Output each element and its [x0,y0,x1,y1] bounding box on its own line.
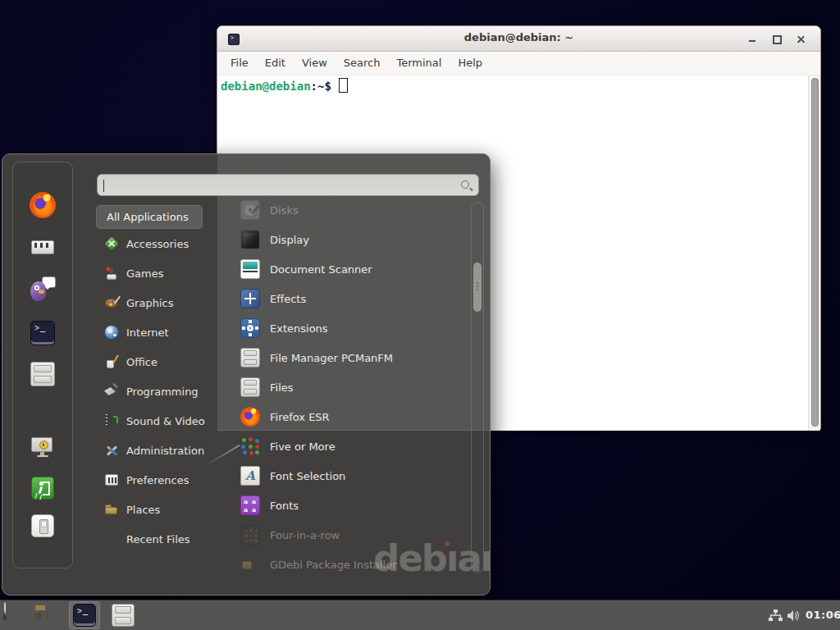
favorite-lock-screen[interactable] [29,433,57,461]
menu-search[interactable]: Search [336,52,389,75]
favorites-panel [12,162,73,568]
menu-edit[interactable]: Edit [257,52,294,75]
favorite-files[interactable] [29,360,57,388]
favorite-shutdown[interactable] [29,512,57,540]
prompt-tail: :~$ [311,80,331,93]
app-label: Font Selection [270,470,345,482]
close-button[interactable] [789,30,814,48]
menu-button[interactable] [4,603,6,619]
accessories-icon [104,236,119,251]
favorite-mixer[interactable] [29,233,57,261]
app-label: Effects [270,293,306,305]
menu-file[interactable]: File [222,52,257,75]
category-label: Programming [126,386,199,398]
places-icon [104,502,119,517]
search-input[interactable] [98,175,478,195]
desktop: debian@debian: ~ File Edit View Search T… [0,0,840,630]
all-applications-button[interactable]: All Applications [96,205,203,229]
app-disks[interactable]: Disks [232,195,468,225]
menu-terminal[interactable]: Terminal [388,52,450,75]
extensions-icon [240,318,260,338]
category-internet[interactable]: Internet [96,317,222,347]
fonts-icon [240,495,260,515]
category-label: Places [126,504,160,516]
favorite-pidgin[interactable] [29,276,57,304]
lock-screen-icon [30,434,56,460]
terminal-icon [73,604,96,627]
network-tray-icon[interactable] [769,609,783,625]
app-files[interactable]: Files [232,372,468,402]
app-label: Extensions [270,322,328,335]
application-list: Disks Display Document Scanner Effects E… [232,195,468,573]
category-recent-files[interactable]: Recent Files [96,524,222,554]
category-games[interactable]: Games [96,258,222,288]
font-selection-icon [240,466,260,486]
clock[interactable]: 01:06 [806,609,840,621]
category-office[interactable]: Office [96,347,222,377]
app-gdebi-package-installer[interactable]: GDebi Package Installer [232,550,468,573]
category-preferences[interactable]: Preferences [96,465,222,495]
terminal-titlebar[interactable]: debian@debian: ~ [217,26,820,52]
menu-scrollbar-track[interactable] [471,202,484,573]
app-label: Four-in-a-row [270,529,340,541]
app-fonts[interactable]: Fonts [232,491,468,520]
app-extensions[interactable]: Extensions [232,313,468,343]
app-file-manager-pcmanfm[interactable]: File Manager PCManFM [232,343,468,372]
terminal-scrollbar-thumb[interactable] [811,78,819,427]
terminal-cursor [339,78,348,93]
minimize-button[interactable] [740,30,765,48]
file-cabinet-icon [112,604,135,627]
app-firefox-esr[interactable]: Firefox ESR [232,402,468,431]
category-accessories[interactable]: Accessories [96,229,222,258]
app-label: GDebi Package Installer [270,559,397,571]
office-icon [104,354,119,369]
display-icon [240,230,260,249]
spacer [104,532,119,546]
app-five-or-more[interactable]: Five or More [232,431,468,461]
pidgin-icon [30,276,56,303]
app-display[interactable]: Display [232,225,468,254]
internet-icon [104,325,119,340]
app-label: Files [270,381,294,394]
maximize-button[interactable] [765,30,789,48]
file-cabinet-icon [240,377,260,397]
effects-icon [240,289,260,308]
network-icon [769,609,783,622]
taskbar-files-launcher[interactable] [112,604,135,630]
app-label: File Manager PCManFM [270,352,393,364]
app-font-selection[interactable]: Font Selection [232,461,468,491]
window-controls [740,30,814,48]
taskbar: [D:] 01:06 [0,600,840,630]
shell-prompt: debian@debian:~$ [221,78,348,93]
menu-help[interactable]: Help [450,52,491,75]
category-sound-video[interactable]: Sound & Video [96,406,222,436]
favorite-firefox[interactable] [29,191,57,219]
taskbar-terminal-active[interactable] [69,601,100,629]
app-document-scanner[interactable]: Document Scanner [232,254,468,284]
terminal-scrollbar[interactable] [808,75,820,431]
app-effects[interactable]: Effects [232,284,468,313]
category-label: Accessories [126,238,189,250]
category-administration[interactable]: Administration [96,436,222,465]
applications-menu: debıan All Applications Accessories Game… [2,153,491,596]
mixer-keyboard-icon [30,234,56,260]
category-label: Preferences [126,474,189,486]
app-label: Display [270,234,309,246]
gdebi-icon [240,555,260,573]
volume-tray-icon[interactable] [787,609,801,625]
category-graphics[interactable]: Graphics [96,288,222,317]
menu-view[interactable]: View [294,52,336,75]
favorite-terminal[interactable] [29,319,57,347]
administration-icon [104,443,119,458]
app-label: Five or More [270,441,336,453]
category-label: Sound & Video [126,415,205,427]
category-programming[interactable]: Programming [96,377,222,406]
window-title: debian@debian: ~ [217,31,820,43]
category-label: Office [126,356,158,368]
app-four-in-a-row[interactable]: Four-in-a-row [232,520,468,550]
favorite-logout[interactable] [29,474,57,502]
menu-scrollbar-thumb[interactable] [473,262,482,312]
graphics-icon [104,295,119,310]
category-label: Games [126,267,163,280]
category-places[interactable]: Places [96,495,222,524]
